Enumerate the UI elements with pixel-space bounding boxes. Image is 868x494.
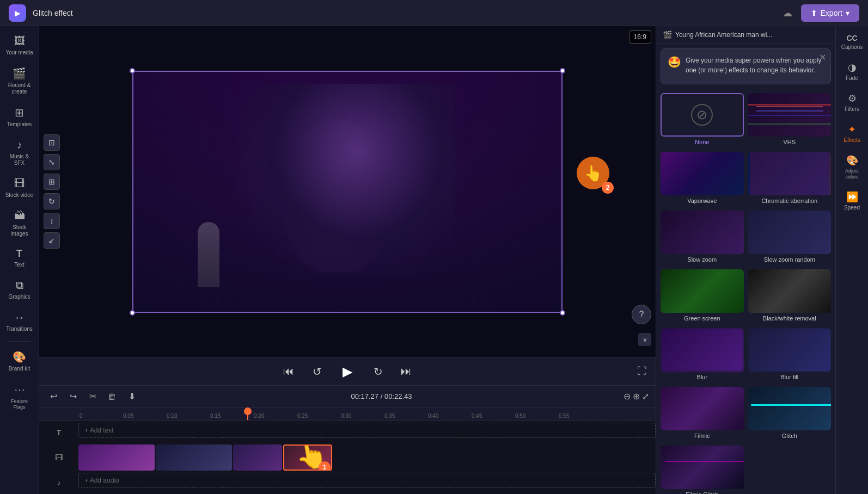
- effect-vaporwave[interactable]: Vaporwave: [661, 152, 744, 206]
- sidebar-item-feature-flags[interactable]: ⋯ Feature Flags: [2, 379, 37, 415]
- sidebar-label-stock-video: Stock video: [5, 192, 34, 199]
- handle-tl[interactable]: [130, 68, 135, 73]
- effect-green-screen[interactable]: Green screen: [661, 269, 744, 324]
- text-track-content[interactable]: + Add text: [78, 423, 656, 442]
- sidebar-item-stock-images[interactable]: 🏔 Stock images: [2, 205, 37, 242]
- export-button[interactable]: ⬆ Export ▾: [801, 4, 859, 22]
- panel-right-icons: CC Captions ◑ Fade ⚙ Filters ✦ Effects 🎨…: [835, 26, 868, 494]
- transitions-icon: ↔: [14, 311, 25, 324]
- feature-flags-icon: ⋯: [14, 383, 25, 396]
- video-clip-2[interactable]: [156, 444, 232, 471]
- trim-tool[interactable]: ↕: [44, 213, 60, 229]
- effect-bw-removal-label: Black/white removal: [748, 313, 832, 324]
- captions-label: Captions: [841, 44, 863, 51]
- panel-fade[interactable]: ◑ Fade: [838, 58, 866, 85]
- effect-none-thumb: ⊘: [661, 93, 744, 137]
- effect-vhs[interactable]: VHS: [748, 93, 832, 147]
- video-track-row: 🎞 👆 1: [39, 444, 656, 471]
- effect-bw-removal[interactable]: Black/white removal: [748, 269, 832, 324]
- add-audio-button[interactable]: + Add audio: [78, 473, 656, 488]
- filters-label: Filters: [845, 106, 859, 113]
- resize-tool[interactable]: ⤡: [44, 154, 60, 170]
- help-button[interactable]: ?: [632, 305, 651, 324]
- video-clip-3[interactable]: [233, 444, 282, 471]
- effect-bw-removal-thumb: [748, 269, 832, 313]
- sidebar-item-record[interactable]: 🎬 Record & create: [2, 63, 37, 100]
- effects-label: Effects: [843, 137, 860, 144]
- panel-captions[interactable]: CC Captions: [838, 30, 866, 54]
- tooltip-header: 🤩 Give your media super powers when you …: [668, 55, 824, 75]
- panel-filters[interactable]: ⚙ Filters: [838, 89, 866, 116]
- tooltip-close-button[interactable]: ✕: [819, 52, 826, 63]
- fullscreen-button[interactable]: ⛶: [637, 366, 647, 377]
- panel-speed[interactable]: ⏩ Speed: [838, 188, 866, 214]
- crop-tool[interactable]: ⊡: [44, 134, 60, 151]
- handle-bl[interactable]: [130, 310, 135, 316]
- effect-filmic-glitch[interactable]: Filmic Glitch: [661, 446, 744, 494]
- effect-slow-zoom-random[interactable]: Slow zoom random: [748, 211, 832, 265]
- sidebar-item-text[interactable]: T Text: [2, 244, 37, 273]
- tooltip-text: Give your media super powers when you ap…: [686, 55, 824, 75]
- effect-blur-fill[interactable]: Blur fill: [748, 328, 832, 382]
- cloud-icon: ☁: [783, 7, 792, 19]
- add-text-button[interactable]: + Add text: [78, 423, 656, 438]
- stock-images-icon: 🏔: [14, 209, 25, 222]
- effect-chromatic-aberration[interactable]: Chromatic aberration: [748, 152, 832, 206]
- move-tool[interactable]: ↙: [44, 232, 60, 249]
- skip-back-button[interactable]: ⏮: [280, 363, 297, 380]
- record-icon: 🎬: [13, 67, 26, 80]
- ruler-mark-045: 0:45: [470, 407, 514, 420]
- effect-none-label: None: [661, 137, 744, 147]
- flip-tool[interactable]: ⊞: [44, 174, 60, 190]
- effect-green-screen-label: Green screen: [661, 313, 744, 324]
- effect-glitch-label: Glitch: [748, 430, 832, 441]
- sidebar-item-brand[interactable]: 🎨 Brand kit: [2, 346, 37, 376]
- handle-br[interactable]: [560, 310, 565, 316]
- sidebar-item-transitions[interactable]: ↔ Transitions: [2, 307, 37, 337]
- none-circle-icon: ⊘: [691, 104, 713, 126]
- forward-5-button[interactable]: ↻: [369, 363, 387, 380]
- cut-button[interactable]: ✂: [85, 389, 100, 404]
- redo-button[interactable]: ↪: [65, 389, 81, 404]
- rewind-5-button[interactable]: ↺: [308, 363, 326, 380]
- sidebar-item-graphics[interactable]: ⧉ Graphics: [2, 275, 37, 305]
- time-display: 00:17.27 / 00:22.43: [351, 392, 412, 400]
- brand-icon: 🎨: [13, 350, 26, 363]
- effect-filmic[interactable]: Filmic: [661, 387, 744, 441]
- sidebar-item-your-media[interactable]: 🖼 Your media: [2, 30, 37, 60]
- undo-button[interactable]: ↩: [46, 389, 61, 404]
- sidebar-label-graphics: Graphics: [8, 294, 30, 300]
- skip-forward-button[interactable]: ⏭: [398, 363, 415, 380]
- panel-adjust-colors[interactable]: 🎨 Adjust colors: [838, 151, 866, 183]
- zoom-in-button[interactable]: ⊕: [633, 391, 640, 402]
- audio-track-content[interactable]: + Add audio: [78, 473, 656, 492]
- effect-glitch[interactable]: Glitch: [748, 387, 832, 441]
- effect-none[interactable]: ⊘ None: [661, 93, 744, 147]
- cursor-annotation-1: 👆 1: [295, 444, 328, 471]
- effect-blur[interactable]: Blur: [661, 328, 744, 382]
- collapse-panel-button[interactable]: ∨: [638, 333, 651, 346]
- effect-blur-fill-label: Blur fill: [748, 372, 832, 382]
- media-icon: 🖼: [14, 35, 25, 47]
- effect-vhs-thumb: [748, 93, 832, 137]
- handle-tr[interactable]: [560, 68, 565, 73]
- playhead[interactable]: [247, 407, 248, 420]
- right-panel: 🎬 Young African American man wi... ✕ 🤩 G…: [656, 26, 835, 494]
- zoom-fit-button[interactable]: ⤢: [642, 391, 649, 402]
- delete-button[interactable]: 🗑: [105, 389, 120, 404]
- play-button[interactable]: ▶: [337, 361, 358, 382]
- rotate-tool[interactable]: ↻: [44, 193, 60, 209]
- export-upload-icon: ⬆: [811, 9, 817, 17]
- sidebar-item-music[interactable]: ♪ Music & SFX: [2, 134, 37, 171]
- video-clip-4-selected[interactable]: 👆 1: [283, 444, 332, 471]
- sidebar-label-templates: Templates: [7, 121, 32, 128]
- sidebar-item-templates[interactable]: ⊞ Templates: [2, 102, 37, 132]
- save-button[interactable]: ⬇: [124, 389, 139, 404]
- effect-filmic-label: Filmic: [661, 430, 744, 441]
- zoom-out-button[interactable]: ⊖: [624, 391, 631, 402]
- sidebar-item-stock-video[interactable]: 🎞 Stock video: [2, 173, 37, 203]
- effect-slow-zoom[interactable]: Slow zoom: [661, 211, 744, 265]
- panel-effects[interactable]: ✦ Effects: [838, 120, 866, 147]
- video-clip-1[interactable]: [78, 444, 155, 471]
- effects-row-6: Filmic Glitch: [661, 387, 831, 441]
